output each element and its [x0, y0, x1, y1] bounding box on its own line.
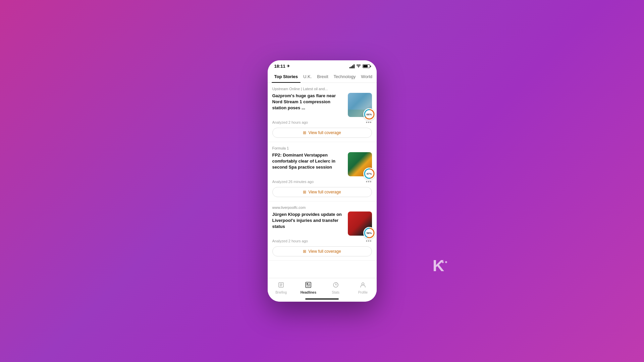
article-source-liverpool: www.liverpoolfc.com — [272, 205, 372, 209]
percent-text-formula1: 47% — [366, 172, 372, 175]
view-coverage-btn-liverpool[interactable]: ⊞ View full coverage — [272, 246, 372, 256]
profile-icon — [360, 282, 366, 290]
article-title-gazprom[interactable]: Gazprom's huge gas flare near Nord Strea… — [272, 93, 344, 111]
nav-briefing-label: Briefing — [275, 291, 287, 294]
percent-badge-gazprom: 66% — [363, 108, 375, 120]
status-icons — [350, 64, 370, 68]
more-button-liverpool[interactable]: ••• — [366, 238, 372, 244]
wifi-icon — [356, 64, 361, 68]
coverage-icon-liverpool: ⊞ — [303, 249, 306, 254]
nav-profile[interactable]: Profile — [349, 280, 376, 296]
percent-badge-liverpool: 58% — [363, 227, 375, 239]
phone-frame: 18:11 ✈ — [268, 60, 377, 302]
status-time: 18:11 ✈ — [274, 64, 290, 69]
article-title-formula1[interactable]: FP2: Dominant Verstappen comfortably cle… — [272, 152, 344, 171]
article-gazprom: Upstream Online | Latest oil and... Gazp… — [268, 83, 377, 142]
tab-world[interactable]: World — [358, 71, 375, 82]
view-coverage-btn-gazprom[interactable]: ⊞ View full coverage — [272, 128, 372, 138]
briefing-icon — [278, 282, 284, 290]
tab-brexit[interactable]: Brexit — [314, 71, 331, 82]
location-icon: ✈ — [287, 64, 290, 68]
coverage-icon-gazprom: ⊞ — [303, 130, 306, 135]
tab-technology[interactable]: Technology — [331, 71, 359, 82]
signal-icon — [350, 64, 355, 68]
analyzed-time-gazprom: Analyzed 2 hours ago — [272, 120, 308, 124]
nav-headlines[interactable]: Headlines — [295, 280, 322, 296]
watermark-logo: K — [433, 256, 444, 275]
percent-text-liverpool: 58% — [366, 232, 372, 235]
nav-stats[interactable]: Stats — [322, 280, 349, 296]
article-liverpool: www.liverpoolfc.com Jürgen Klopp provide… — [268, 201, 377, 261]
article-image-wrap-gazprom: 66% — [348, 93, 372, 117]
analyzed-time-formula1: Analyzed 26 minutes ago — [272, 180, 314, 184]
article-image-wrap-liverpool: 58% — [348, 212, 372, 236]
headlines-icon — [305, 282, 312, 290]
svg-rect-11 — [306, 282, 311, 288]
article-source-gazprom: Upstream Online | Latest oil and... — [272, 87, 372, 91]
view-coverage-btn-formula1[interactable]: ⊞ View full coverage — [272, 187, 372, 197]
content-area: Upstream Online | Latest oil and... Gazp… — [268, 83, 377, 278]
status-bar: 18:11 ✈ — [268, 60, 377, 71]
percent-text-gazprom: 66% — [366, 113, 372, 116]
home-bar — [305, 298, 339, 300]
battery-icon — [363, 64, 370, 68]
home-indicator — [268, 296, 377, 302]
nav-stats-label: Stats — [332, 291, 339, 294]
nav-profile-label: Profile — [358, 291, 368, 294]
article-source-formula1: Formula 1 — [272, 146, 372, 150]
percent-badge-formula1: 47% — [363, 168, 375, 180]
nav-headlines-label: Headlines — [301, 291, 316, 294]
stats-icon — [332, 282, 339, 290]
more-button-formula1[interactable]: ••• — [366, 179, 372, 184]
svg-point-0 — [358, 67, 359, 67]
article-title-liverpool[interactable]: Jürgen Klopp provides update on Liverpoo… — [272, 212, 344, 230]
watermark-dot-2 — [445, 261, 447, 263]
analyzed-time-liverpool: Analyzed 2 hours ago — [272, 239, 308, 243]
article-image-wrap-formula1: 47% — [348, 152, 372, 176]
article-formula1: Formula 1 FP2: Dominant Verstappen comfo… — [268, 142, 377, 201]
tab-uk[interactable]: U.K. — [301, 71, 314, 82]
more-button-gazprom[interactable]: ••• — [366, 120, 372, 125]
bottom-navigation: Briefing Headlines — [268, 278, 377, 296]
svg-rect-12 — [307, 283, 308, 285]
nav-briefing[interactable]: Briefing — [268, 280, 295, 296]
tab-top-stories[interactable]: Top Stories — [272, 71, 301, 82]
coverage-icon-formula1: ⊞ — [303, 190, 306, 194]
category-tabs: Top Stories U.K. Brexit Technology World — [268, 71, 377, 83]
